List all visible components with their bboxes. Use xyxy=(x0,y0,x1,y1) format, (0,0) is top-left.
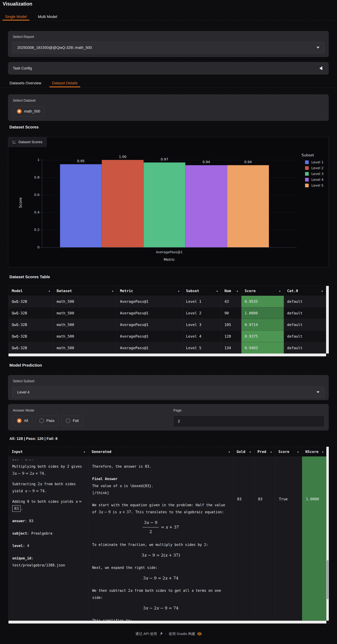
legend-item-level-3[interactable]: Level 3 xyxy=(302,171,324,177)
radio-unselected-icon xyxy=(66,418,70,423)
dataset-scores-chart: Dataset Scores Score 1 0.8 0.6 0.4 0.2 0… xyxy=(8,137,329,267)
generated-paragraph: We then subtract 2x from both sides to g… xyxy=(92,587,229,601)
column-header-num[interactable]: Num▲ xyxy=(221,286,241,296)
column-header-metric[interactable]: Metric▲ xyxy=(117,286,183,296)
cell-subset: Level 2 xyxy=(183,307,221,319)
cell-dataset: math_500 xyxy=(53,330,117,342)
generated-paragraph: To eliminate the fraction, we multiply b… xyxy=(92,541,229,548)
radio-pass[interactable]: Pass xyxy=(35,416,59,426)
bar-rect[interactable] xyxy=(144,162,185,247)
footer: 通过 API 使用 · 使用 Gradio 构建 xyxy=(0,632,337,636)
equation: 3x − 2x − 9 = 74 xyxy=(92,604,229,612)
legend-item-level-4[interactable]: Level 4 xyxy=(302,177,324,182)
column-header-pred[interactable]: Pred▲ xyxy=(254,447,275,456)
cell-model: QwQ-32B xyxy=(8,330,53,342)
radio-math-500[interactable]: math_500 xyxy=(13,106,44,116)
column-header-model[interactable]: Model▲ xyxy=(8,286,53,296)
page-title: Visualization xyxy=(3,1,32,7)
table-row: QwQ-32B math_500 AveragePass@1 Level 2 9… xyxy=(8,307,329,319)
column-header-gold[interactable]: Gold▲ xyxy=(233,447,254,456)
bar-rect[interactable] xyxy=(60,164,102,247)
horizontal-scrollbar[interactable] xyxy=(8,621,326,624)
column-header-nscore[interactable]: NScore▲ xyxy=(302,447,327,456)
column-header-cat0[interactable]: Cat.0▲ xyxy=(284,286,326,296)
rocket-icon xyxy=(159,632,163,636)
select-report-panel: Select Report 20250306_181550@@QwQ-32B::… xyxy=(8,31,329,57)
bar-value-label: 0.95 xyxy=(77,159,85,163)
page-label: Page xyxy=(173,408,182,412)
cell-model: QwQ-32B xyxy=(8,296,53,307)
cell-num: 90 xyxy=(221,307,241,319)
legend-item-level-1[interactable]: Level 1 xyxy=(302,159,324,165)
table-row: QwQ-32B math_500 AveragePass@1 Level 4 1… xyxy=(8,330,329,342)
horizontal-scrollbar[interactable] xyxy=(8,354,326,356)
cell-metric: AveragePass@1 xyxy=(117,342,183,354)
cell-pred: 83 xyxy=(254,456,275,620)
cell-nscore: 1.0000 xyxy=(302,456,327,620)
legend-label: Level 2 xyxy=(311,166,324,170)
column-label: Subset xyxy=(186,289,199,293)
bar-rect[interactable] xyxy=(102,160,144,247)
radio-selected-icon xyxy=(17,418,21,423)
radio-selected-icon xyxy=(17,109,21,114)
main-tab-bar: Single Model Multi Model xyxy=(0,13,337,21)
tab-datasets-overview[interactable]: Datasets Overview xyxy=(7,79,44,87)
radio-all-label: All xyxy=(24,419,28,423)
task-config-label: Task Config xyxy=(13,66,32,70)
input-paragraph: Adding 9 to both sides yields x = 83. xyxy=(12,498,84,512)
generated-paragraph: Final Answer xyxy=(92,475,229,482)
legend-swatch xyxy=(305,160,309,164)
column-header-score[interactable]: Score▲ xyxy=(241,286,284,296)
cell-subset: Level 5 xyxy=(183,342,221,354)
column-header-generated[interactable]: Generated▲ xyxy=(88,447,233,456)
select-subset-dropdown[interactable]: Level 4 xyxy=(12,386,325,398)
legend-title: Subset xyxy=(302,153,324,157)
legend-item-level-5[interactable]: Level 5 xyxy=(302,182,324,188)
legend-item-level-2[interactable]: Level 2 xyxy=(302,165,324,171)
x-tick-label: AveragePass@1 xyxy=(42,250,297,254)
generated-paragraph: We start with the equation given in the … xyxy=(92,502,229,516)
input-unique-id: unique_id: test/prealgebra/1388.json xyxy=(12,555,84,569)
bar-value-label: 1.00 xyxy=(119,155,126,159)
select-dataset-label: Select Dataset xyxy=(13,98,35,102)
column-header-subset[interactable]: Subset▲ xyxy=(183,286,221,296)
use-via-api-link[interactable]: 通过 API 使用 xyxy=(135,632,157,636)
scrollbar-thumb[interactable] xyxy=(327,560,329,599)
tab-multi-model[interactable]: Multi Model xyxy=(35,13,60,20)
bar-rect[interactable] xyxy=(227,165,269,247)
sort-icon: ▲ xyxy=(250,450,251,453)
task-config-accordion[interactable]: Task Config xyxy=(8,62,329,74)
plot-area: 0.95 1.00 0.97 0.94 0.94 xyxy=(8,137,329,248)
column-header-input[interactable]: Input▲ xyxy=(8,447,88,456)
cell-dataset: math_500 xyxy=(53,296,117,307)
built-with-gradio-link[interactable]: 使用 Gradio 构建 xyxy=(169,632,195,636)
radio-all[interactable]: All xyxy=(13,416,32,426)
legend-swatch xyxy=(305,178,309,182)
tab-dataset-details[interactable]: Dataset Details xyxy=(49,79,80,87)
cell-generated: Therefore, the answer is 83. Final Answe… xyxy=(88,456,233,620)
tab-single-model[interactable]: Single Model xyxy=(2,13,29,20)
page-input-value: 2 xyxy=(178,419,180,424)
column-label: Model xyxy=(12,289,23,293)
select-report-dropdown[interactable]: 20250306_181550@@QwQ-32B::math_500 xyxy=(12,42,325,53)
sort-icon: ▲ xyxy=(237,290,238,292)
bar-level-5: 0.94 xyxy=(227,160,269,247)
radio-unselected-icon xyxy=(39,418,44,423)
radio-math-500-label: math_500 xyxy=(24,109,40,114)
table-row: QwQ-32B math_500 AveragePass@1 Level 1 4… xyxy=(8,296,329,307)
footer-separator: · xyxy=(165,632,167,636)
table-header-row: Input▲ Generated▲ Gold▲ Pred▲ Score▲ NSc… xyxy=(8,447,329,456)
column-header-dataset[interactable]: Dataset▲ xyxy=(53,286,117,296)
cell-input: 2(x + 37). Multiplying both sides by 2 g… xyxy=(8,456,88,620)
vertical-scrollbar[interactable] xyxy=(326,286,329,354)
cell-dataset: math_500 xyxy=(53,342,117,354)
page-input[interactable]: 2 xyxy=(173,416,325,427)
radio-fail[interactable]: Fail xyxy=(62,416,83,426)
sort-icon: ▲ xyxy=(84,450,85,453)
column-header-score[interactable]: Score▲ xyxy=(275,447,302,456)
app-root: Visualization Single Model Multi Model S… xyxy=(0,0,337,644)
bar-rect[interactable] xyxy=(185,165,227,247)
vertical-scrollbar[interactable] xyxy=(326,447,329,621)
column-label: Generated xyxy=(92,450,111,454)
input-paragraph: Multiplying both sides by 2 gives 3x − 9… xyxy=(12,463,84,477)
